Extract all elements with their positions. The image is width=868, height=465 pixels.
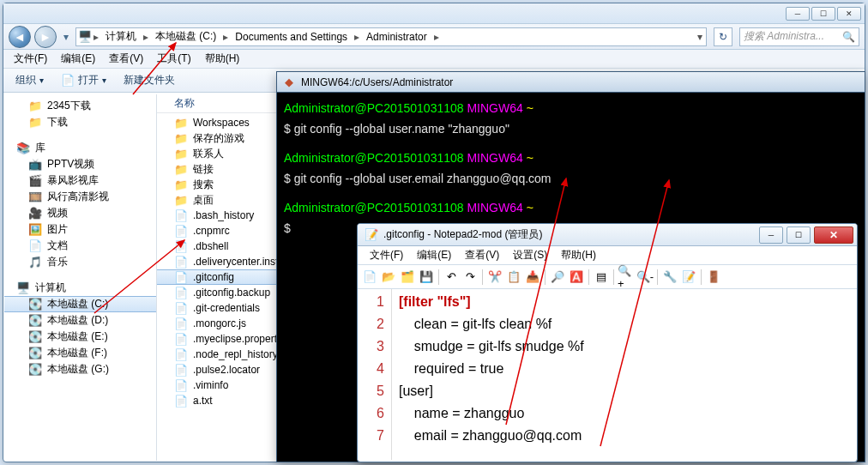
organize-button[interactable]: 组织 ▾ [10, 71, 49, 89]
terminal-body[interactable]: Administrator@PC201501031108 MINGW64 ~$ … [277, 93, 865, 244]
new-file-icon[interactable]: 📄 [361, 269, 378, 286]
history-dropdown-icon[interactable]: ▾ [60, 26, 72, 48]
drive-item[interactable]: 💽本地磁盘 (E:) [4, 329, 156, 345]
code-content[interactable]: [filter "lfs"] clean = git-lfs clean %f … [392, 289, 857, 460]
file-icon: 📄 [174, 347, 188, 361]
maximize-button[interactable]: ☐ [811, 7, 835, 21]
explorer-icon[interactable]: 🗂️ [399, 269, 416, 286]
terminal-title: MINGW64:/c/Users/Administrator [301, 76, 859, 88]
minimize-button[interactable]: ─ [759, 226, 783, 244]
tree-item[interactable]: 🎬暴风影视库 [4, 172, 156, 189]
drive-item[interactable]: 💽本地磁盘 (F:) [4, 345, 156, 361]
file-icon: 📄 [174, 224, 188, 238]
open-button[interactable]: 📄打开 ▾ [56, 71, 112, 89]
undo-icon[interactable]: ↶ [443, 269, 460, 286]
menu-help[interactable]: 帮助(H) [554, 246, 603, 264]
notepad-icon: 📝 [365, 228, 378, 242]
breadcrumb[interactable]: 🖥️ ▸ 计算机▸ 本地磁盘 (C:)▸ Documents and Setti… [75, 27, 707, 46]
forward-button[interactable]: ► [34, 26, 57, 48]
save-icon[interactable]: 💾 [418, 269, 435, 286]
crumb-item[interactable]: 计算机 [100, 28, 142, 45]
file-icon: 📄 [174, 255, 188, 269]
tree-item[interactable]: 📺PPTV视频 [4, 156, 156, 172]
file-icon: 📄 [174, 239, 188, 253]
tree-item[interactable]: 🎵音乐 [4, 254, 156, 270]
minimize-button[interactable]: ─ [786, 7, 810, 21]
copy-icon[interactable]: 📋 [505, 269, 522, 286]
file-icon: 📄 [174, 378, 188, 392]
folder-icon: 📁 [174, 162, 188, 176]
library-item-icon: 🎵 [28, 256, 42, 269]
menu-view[interactable]: 查看(V) [458, 246, 506, 264]
menu-file[interactable]: 文件(F) [363, 246, 410, 264]
tree-item[interactable]: 📁下载 [4, 114, 156, 130]
library-item-icon: 📄 [28, 239, 42, 253]
redo-icon[interactable]: ↷ [461, 269, 479, 286]
folder-icon: 📁 [174, 116, 188, 130]
close-button[interactable]: ✕ [837, 7, 861, 21]
tree-item[interactable]: 🎥视频 [4, 205, 156, 221]
paste-icon[interactable]: 📥 [524, 269, 541, 286]
tree-item[interactable]: 🖼️图片 [4, 221, 156, 238]
notepad-toolbar: 📄 📂 🗂️ 💾 ↶ ↷ ✂️ 📋 📥 🔎 🅰️ ▤ 🔍+ 🔍- 🔧 📝 🚪 [358, 265, 857, 289]
dropdown-icon[interactable]: ▾ [696, 31, 704, 43]
tree-item[interactable]: 📄文档 [4, 238, 156, 254]
library-icon: 📚 [16, 141, 30, 154]
computer-icon: 🖥️ [16, 281, 30, 294]
menu-view[interactable]: 查看(V) [102, 50, 150, 68]
find-icon[interactable]: 🔎 [549, 269, 566, 286]
wrap-icon[interactable]: ▤ [593, 269, 610, 286]
search-input[interactable]: 搜索 Administra... 🔍 [739, 27, 859, 46]
drive-icon: 💽 [28, 314, 42, 328]
computer-node[interactable]: 🖥️计算机 [4, 279, 156, 296]
file-icon: 📄 [61, 74, 75, 88]
tool-icon[interactable]: 🔧 [661, 269, 678, 286]
crumb-item[interactable]: Documents and Settings [230, 28, 353, 45]
folder-icon: 📁 [174, 193, 188, 207]
notepad-menu-bar: 文件(F) 编辑(E) 查看(V) 设置(S) 帮助(H) [358, 246, 857, 265]
maximize-button[interactable]: ☐ [787, 226, 811, 244]
file-icon: 📄 [174, 363, 188, 377]
notepad-title-bar: 📝.gitconfig - Notepad2-mod (管理员) ─ ☐ ✕ [358, 224, 857, 246]
editor-area[interactable]: 1234567 [filter "lfs"] clean = git-lfs c… [358, 289, 857, 460]
library-item-icon: 🖼️ [28, 223, 42, 237]
drive-icon: 💽 [28, 347, 42, 360]
close-button[interactable]: ✕ [814, 226, 853, 244]
refresh-button[interactable]: ↻ [714, 27, 732, 46]
settings-icon[interactable]: 📝 [680, 269, 697, 286]
cut-icon[interactable]: ✂️ [486, 269, 503, 286]
menu-tools[interactable]: 工具(T) [150, 50, 197, 68]
drive-item[interactable]: 💽本地磁盘 (G:) [4, 361, 156, 377]
library-item-icon: 🎥 [28, 207, 42, 220]
exit-icon[interactable]: 🚪 [705, 269, 722, 286]
notepad-title: .gitconfig - Notepad2-mod (管理员) [383, 227, 542, 242]
terminal-icon: ◆ [282, 75, 296, 89]
menu-file[interactable]: 文件(F) [7, 50, 54, 68]
notepad-window: 📝.gitconfig - Notepad2-mod (管理员) ─ ☐ ✕ 文… [357, 223, 858, 462]
library-item-icon: 🎞️ [28, 190, 42, 204]
menu-help[interactable]: 帮助(H) [198, 50, 247, 68]
tree-item[interactable]: 📁2345下载 [4, 98, 156, 114]
menu-edit[interactable]: 编辑(E) [410, 246, 458, 264]
replace-icon[interactable]: 🅰️ [568, 269, 585, 286]
drive-icon: 💽 [28, 298, 42, 311]
drive-item[interactable]: 💽本地磁盘 (D:) [4, 312, 156, 329]
zoom-out-icon[interactable]: 🔍- [636, 269, 654, 286]
line-numbers: 1234567 [358, 289, 392, 460]
libraries-node[interactable]: 📚库 [4, 139, 156, 156]
back-button[interactable]: ◄ [9, 26, 31, 48]
crumb-item[interactable]: 本地磁盘 (C:) [150, 28, 221, 45]
file-icon: 📄 [174, 317, 188, 330]
crumb-item[interactable]: Administrator [361, 28, 432, 45]
menu-edit[interactable]: 编辑(E) [54, 50, 102, 68]
zoom-in-icon[interactable]: 🔍+ [618, 269, 635, 286]
tree-item[interactable]: 🎞️风行高清影视 [4, 189, 156, 205]
file-icon: 📄 [174, 332, 188, 346]
open-icon[interactable]: 📂 [380, 269, 397, 286]
drive-item[interactable]: 💽本地磁盘 (C:) [4, 296, 156, 312]
folder-icon: 📁 [174, 178, 188, 191]
menu-settings[interactable]: 设置(S) [506, 246, 554, 264]
new-folder-button[interactable]: 新建文件夹 [118, 71, 180, 89]
nav-pane: 📁2345下载📁下载 📚库 📺PPTV视频🎬暴风影视库🎞️风行高清影视🎥视频🖼️… [4, 94, 157, 461]
folder-icon: 📁 [174, 147, 188, 160]
